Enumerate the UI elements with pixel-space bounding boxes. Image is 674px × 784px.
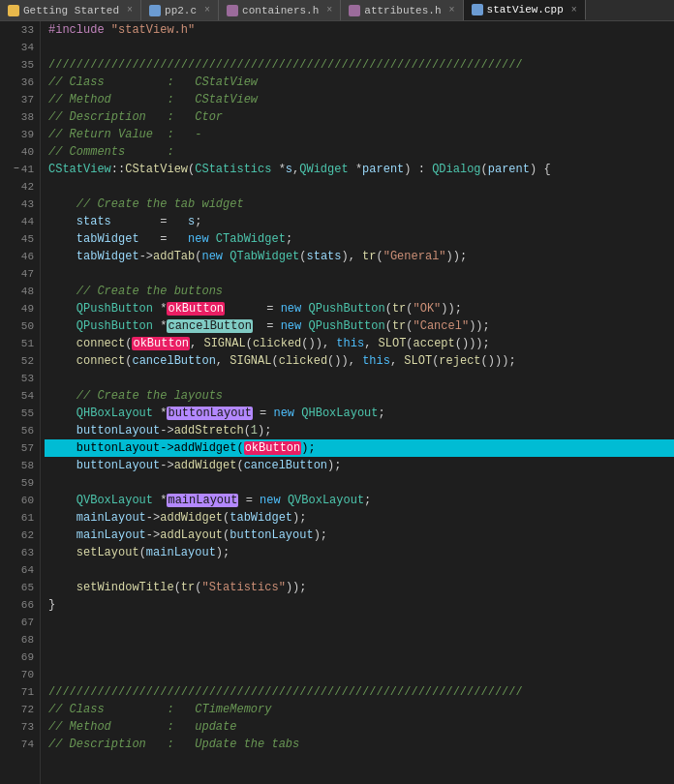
tab-pp2c[interactable]: pp2.c × [141, 0, 219, 20]
code-line-50: QPushButton *cancelButton = new QPushBut… [45, 317, 674, 335]
ln-73: 73 [0, 718, 40, 736]
code-line-72: // Class : CTimeMemory [45, 701, 674, 718]
ln-70: 70 [0, 666, 40, 683]
ln-53: 53 [0, 370, 40, 387]
ln-40: 40 [0, 143, 40, 161]
collapse-icon-41[interactable]: − [14, 161, 19, 178]
ln-59: 59 [0, 474, 40, 492]
code-line-62: mainLayout->addLayout(buttonLayout); [45, 527, 674, 544]
code-line-40: // Comments : [45, 143, 674, 161]
code-line-60: QVBoxLayout *mainLayout = new QVBoxLayou… [45, 492, 674, 509]
ln-69: 69 [0, 648, 40, 666]
code-line-33: #include "statView.h" [45, 21, 674, 39]
tab-close-getting-started[interactable]: × [127, 5, 133, 15]
code-line-52: connect(cancelButton, SIGNAL(clicked()),… [45, 352, 674, 370]
code-line-44: stats = s; [45, 213, 674, 230]
code-line-71: ////////////////////////////////////////… [45, 683, 674, 701]
ln-58: 58 [0, 457, 40, 474]
code-line-36: // Class : CStatView [45, 74, 674, 91]
code-line-49: QPushButton *okButton = new QPushButton(… [45, 300, 674, 317]
tab-containers-h[interactable]: containers.h × [219, 0, 341, 20]
ln-35: 35 [0, 56, 40, 74]
ln-57: 57 [0, 439, 40, 457]
tab-bar: Getting Started × pp2.c × containers.h ×… [0, 0, 674, 21]
ln-71: 71 [0, 683, 40, 701]
ln-72: 72 [0, 701, 40, 718]
code-line-67 [45, 614, 674, 631]
tab-close-statview-cpp[interactable]: × [571, 5, 577, 15]
code-line-59 [45, 474, 674, 492]
ln-38: 38 [0, 108, 40, 126]
ln-43: 43 [0, 196, 40, 213]
code-line-61: mainLayout->addWidget(tabWidget); [45, 509, 674, 527]
tab-close-containers-h[interactable]: × [326, 5, 332, 15]
ln-49: 49 [0, 300, 40, 317]
code-line-63: setLayout(mainLayout); [45, 544, 674, 561]
ln-65: 65 [0, 579, 40, 596]
code-line-53 [45, 370, 674, 387]
tab-label-attributes-h: attributes.h [364, 5, 441, 16]
ln-33: 33 [0, 21, 40, 39]
ln-46: 46 [0, 248, 40, 265]
ln-37: 37 [0, 91, 40, 108]
code-line-58: buttonLayout->addWidget(cancelButton); [45, 457, 674, 474]
ln-62: 62 [0, 527, 40, 544]
code-line-35: ////////////////////////////////////////… [45, 56, 674, 74]
code-line-37: // Method : CStatView [45, 91, 674, 108]
tab-icon-attributes-h [349, 5, 360, 16]
code-line-57: buttonLayout->addWidget(okButton); [45, 439, 674, 457]
tab-label-containers-h: containers.h [242, 5, 319, 16]
ln-44: 44 [0, 213, 40, 230]
code-line-56: buttonLayout->addStretch(1); [45, 422, 674, 439]
code-line-70 [45, 666, 674, 683]
code-line-68 [45, 631, 674, 648]
tab-getting-started[interactable]: Getting Started × [0, 0, 141, 20]
code-line-46: tabWidget->addTab(new QTabWidget(stats),… [45, 248, 674, 265]
code-line-47 [45, 265, 674, 283]
tab-icon-pp2c [149, 5, 161, 16]
code-line-41: CStatView::CStatView(CStatistics *s,QWid… [45, 161, 674, 178]
tab-label-pp2c: pp2.c [165, 5, 197, 16]
code-line-55: QHBoxLayout *buttonLayout = new QHBoxLay… [45, 405, 674, 422]
tab-label-statview-cpp: statView.cpp [487, 4, 564, 15]
ln-68: 68 [0, 631, 40, 648]
tab-close-attributes-h[interactable]: × [449, 5, 455, 15]
code-line-51: connect(okButton, SIGNAL(clicked()), thi… [45, 335, 674, 352]
tab-icon-statview-cpp [472, 4, 483, 15]
ln-34: 34 [0, 39, 40, 56]
ln-41: −41 [0, 161, 40, 178]
ln-54: 54 [0, 387, 40, 405]
ln-36: 36 [0, 74, 40, 91]
tab-attributes-h[interactable]: attributes.h × [341, 0, 463, 20]
ln-48: 48 [0, 283, 40, 300]
ln-52: 52 [0, 352, 40, 370]
code-line-48: // Create the buttons [45, 283, 674, 300]
ln-39: 39 [0, 126, 40, 143]
code-line-45: tabWidget = new CTabWidget; [45, 230, 674, 248]
ln-64: 64 [0, 561, 40, 579]
ln-63: 63 [0, 544, 40, 561]
code-line-65: setWindowTitle(tr("Statistics")); [45, 579, 674, 596]
ln-42: 42 [0, 178, 40, 196]
code-line-34 [45, 39, 674, 56]
code-line-64 [45, 561, 674, 579]
ln-67: 67 [0, 614, 40, 631]
ln-60: 60 [0, 492, 40, 509]
code-line-66: } [45, 596, 674, 614]
code-line-43: // Create the tab widget [45, 196, 674, 213]
code-line-38: // Description : Ctor [45, 108, 674, 126]
ln-61: 61 [0, 509, 40, 527]
ln-45: 45 [0, 230, 40, 248]
ln-51: 51 [0, 335, 40, 352]
code-area: 33 34 35 36 37 38 39 40 −41 42 43 44 45 … [0, 21, 674, 784]
tab-close-pp2c[interactable]: × [204, 5, 210, 15]
tab-statview-cpp[interactable]: statView.cpp × [464, 0, 586, 20]
code-line-42 [45, 178, 674, 196]
code-content[interactable]: #include "statView.h" //////////////////… [41, 21, 674, 784]
tab-icon-containers-h [227, 5, 238, 16]
code-line-73: // Method : update [45, 718, 674, 736]
code-line-69 [45, 648, 674, 666]
ln-56: 56 [0, 422, 40, 439]
tab-label-getting-started: Getting Started [23, 5, 119, 16]
ln-47: 47 [0, 265, 40, 283]
